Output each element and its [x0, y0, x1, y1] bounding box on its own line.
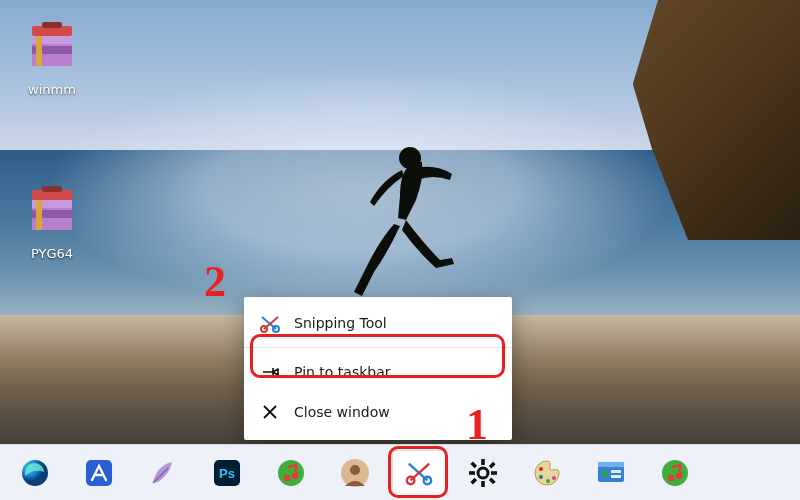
svg-rect-5: [36, 36, 42, 66]
svg-rect-30: [481, 481, 485, 487]
svg-point-46: [662, 460, 688, 486]
svg-point-48: [676, 472, 682, 478]
pin-icon: [260, 362, 280, 382]
desktop-icon-pyg64[interactable]: PYG64: [10, 186, 94, 261]
svg-rect-29: [481, 459, 485, 465]
svg-rect-35: [470, 477, 477, 484]
svg-point-40: [552, 476, 556, 480]
feather-icon: [148, 458, 178, 488]
taskbar-item-avatar[interactable]: [328, 450, 382, 496]
jumplist-separator: [244, 347, 512, 348]
jumplist-item-label: Pin to taskbar: [294, 364, 496, 380]
svg-rect-36: [489, 477, 496, 484]
taskbar-item-photoshop[interactable]: Ps: [200, 450, 254, 496]
taskbar[interactable]: Ps: [0, 444, 800, 500]
wallpaper-runner: [340, 140, 460, 310]
svg-rect-12: [36, 200, 42, 230]
callout-number-2: 2: [204, 256, 226, 307]
photoshop-icon: Ps: [212, 458, 242, 488]
taskbar-item-palette[interactable]: [520, 450, 574, 496]
taskbar-item-music2[interactable]: [648, 450, 702, 496]
desktop-icon-winmm[interactable]: winmm: [10, 22, 94, 97]
svg-point-26: [407, 476, 414, 483]
svg-point-39: [546, 479, 550, 483]
app-icon: [84, 458, 114, 488]
taskbar-item-edge[interactable]: [8, 450, 62, 496]
palette-icon: [532, 458, 562, 488]
svg-point-47: [668, 474, 674, 480]
svg-point-25: [350, 465, 360, 475]
svg-rect-14: [42, 186, 62, 192]
taskbar-item-control-panel[interactable]: [584, 450, 638, 496]
svg-rect-42: [598, 462, 624, 467]
svg-text:Ps: Ps: [219, 466, 235, 481]
svg-point-37: [539, 467, 543, 471]
taskbar-item-settings[interactable]: [456, 450, 510, 496]
jumplist-item-app[interactable]: Snipping Tool: [244, 303, 512, 343]
jumplist-item-pin[interactable]: Pin to taskbar: [244, 352, 512, 392]
close-icon: [260, 402, 280, 422]
svg-rect-31: [469, 471, 475, 475]
svg-point-21: [278, 460, 304, 486]
svg-rect-44: [611, 470, 621, 473]
taskbar-item-snipping-tool[interactable]: [392, 450, 446, 496]
jumplist-item-label: Close window: [294, 404, 496, 420]
jumplist-item-label: Snipping Tool: [294, 315, 496, 331]
control-panel-icon: [596, 458, 626, 488]
svg-point-43: [602, 471, 608, 477]
taskbar-item-feather[interactable]: [136, 450, 190, 496]
avatar-icon: [340, 458, 370, 488]
svg-point-27: [424, 476, 431, 483]
music-icon: [660, 458, 690, 488]
music-icon: [276, 458, 306, 488]
svg-rect-7: [42, 22, 62, 28]
svg-point-22: [284, 474, 290, 480]
svg-rect-45: [611, 475, 621, 478]
snipping-tool-icon: [260, 313, 280, 333]
svg-point-28: [478, 468, 488, 478]
jumplist-item-close[interactable]: Close window: [244, 392, 512, 432]
taskbar-item-app-a[interactable]: [72, 450, 126, 496]
snipping-tool-icon: [404, 458, 434, 488]
svg-point-23: [292, 472, 298, 478]
edge-icon: [20, 458, 50, 488]
svg-point-38: [539, 475, 543, 479]
gear-icon: [468, 458, 498, 488]
svg-rect-32: [491, 471, 497, 475]
winrar-icon: [24, 186, 80, 242]
desktop-icon-label: PYG64: [10, 246, 94, 261]
svg-rect-34: [489, 461, 496, 468]
taskbar-jumplist[interactable]: Snipping Tool Pin to taskbar Close windo…: [244, 297, 512, 440]
desktop[interactable]: winmm PYG64: [0, 0, 800, 500]
wallpaper-cliff: [580, 0, 800, 240]
desktop-icon-label: winmm: [10, 82, 94, 97]
winrar-icon: [24, 22, 80, 78]
svg-rect-33: [470, 461, 477, 468]
taskbar-item-music[interactable]: [264, 450, 318, 496]
